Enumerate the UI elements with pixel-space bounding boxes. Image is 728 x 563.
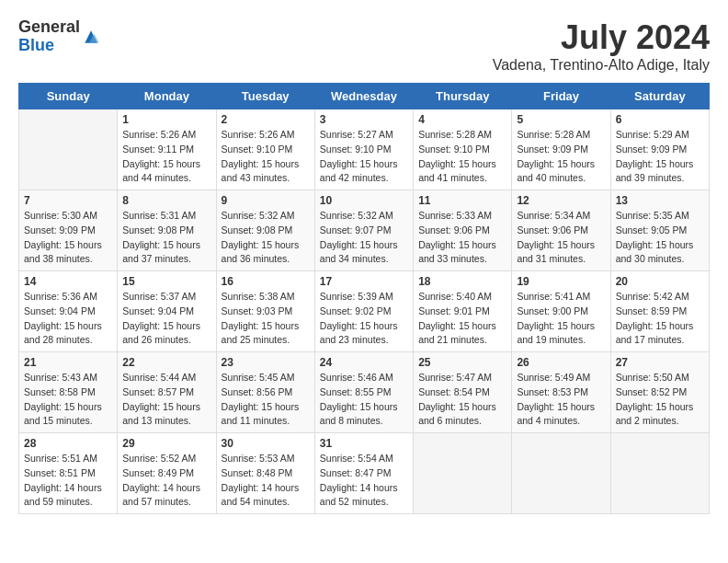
day-info: Sunrise: 5:32 AMSunset: 9:07 PMDaylight:…	[320, 209, 408, 267]
calendar-week-row: 21Sunrise: 5:43 AMSunset: 8:58 PMDayligh…	[19, 352, 710, 433]
day-info: Sunrise: 5:45 AMSunset: 8:56 PMDaylight:…	[222, 371, 310, 429]
calendar-cell: 23Sunrise: 5:45 AMSunset: 8:56 PMDayligh…	[216, 352, 314, 433]
day-info: Sunrise: 5:53 AMSunset: 8:48 PMDaylight:…	[222, 452, 310, 510]
day-number: 10	[320, 194, 408, 207]
calendar-cell: 22Sunrise: 5:44 AMSunset: 8:57 PMDayligh…	[118, 352, 216, 433]
day-number: 13	[616, 194, 704, 207]
logo-icon	[82, 28, 100, 46]
day-info: Sunrise: 5:30 AMSunset: 9:09 PMDaylight:…	[24, 209, 112, 267]
day-info: Sunrise: 5:33 AMSunset: 9:06 PMDaylight:…	[418, 209, 506, 267]
calendar-cell: 16Sunrise: 5:38 AMSunset: 9:03 PMDayligh…	[216, 271, 314, 352]
weekday-header: Sunday	[19, 84, 118, 109]
day-info: Sunrise: 5:26 AMSunset: 9:10 PMDaylight:…	[222, 128, 310, 186]
calendar-cell: 3Sunrise: 5:27 AMSunset: 9:10 PMDaylight…	[314, 109, 413, 190]
calendar-cell: 18Sunrise: 5:40 AMSunset: 9:01 PMDayligh…	[414, 271, 512, 352]
calendar-cell: 8Sunrise: 5:31 AMSunset: 9:08 PMDaylight…	[118, 190, 216, 271]
calendar-header-row: SundayMondayTuesdayWednesdayThursdayFrid…	[19, 84, 710, 109]
calendar-cell: 4Sunrise: 5:28 AMSunset: 9:10 PMDaylight…	[414, 109, 512, 190]
calendar-cell: 21Sunrise: 5:43 AMSunset: 8:58 PMDayligh…	[19, 352, 118, 433]
calendar-cell: 14Sunrise: 5:36 AMSunset: 9:04 PMDayligh…	[19, 271, 118, 352]
day-info: Sunrise: 5:44 AMSunset: 8:57 PMDaylight:…	[122, 371, 210, 429]
calendar-cell: 31Sunrise: 5:54 AMSunset: 8:47 PMDayligh…	[314, 433, 413, 514]
day-number: 4	[418, 113, 506, 126]
day-number: 28	[24, 437, 112, 450]
calendar-cell: 24Sunrise: 5:46 AMSunset: 8:55 PMDayligh…	[314, 352, 413, 433]
calendar-cell: 28Sunrise: 5:51 AMSunset: 8:51 PMDayligh…	[19, 433, 118, 514]
calendar-cell: 15Sunrise: 5:37 AMSunset: 9:04 PMDayligh…	[118, 271, 216, 352]
calendar-cell: 2Sunrise: 5:26 AMSunset: 9:10 PMDaylight…	[216, 109, 314, 190]
calendar-week-row: 7Sunrise: 5:30 AMSunset: 9:09 PMDaylight…	[19, 190, 710, 271]
day-number: 20	[616, 275, 704, 288]
calendar-week-row: 14Sunrise: 5:36 AMSunset: 9:04 PMDayligh…	[19, 271, 710, 352]
day-number: 17	[320, 275, 408, 288]
day-info: Sunrise: 5:28 AMSunset: 9:10 PMDaylight:…	[418, 128, 506, 186]
calendar-cell: 6Sunrise: 5:29 AMSunset: 9:09 PMDaylight…	[610, 109, 709, 190]
day-number: 1	[122, 113, 210, 126]
day-number: 11	[418, 194, 506, 207]
weekday-header: Wednesday	[314, 84, 413, 109]
calendar-cell: 30Sunrise: 5:53 AMSunset: 8:48 PMDayligh…	[216, 433, 314, 514]
day-info: Sunrise: 5:49 AMSunset: 8:53 PMDaylight:…	[517, 371, 605, 429]
calendar-cell: 11Sunrise: 5:33 AMSunset: 9:06 PMDayligh…	[414, 190, 512, 271]
location-title: Vadena, Trentino-Alto Adige, Italy	[493, 57, 710, 74]
day-number: 7	[24, 194, 112, 207]
calendar-week-row: 1Sunrise: 5:26 AMSunset: 9:11 PMDaylight…	[19, 109, 710, 190]
page-header: General Blue July 2024 Vadena, Trentino-…	[18, 18, 710, 74]
calendar-cell: 7Sunrise: 5:30 AMSunset: 9:09 PMDaylight…	[19, 190, 118, 271]
weekday-header: Thursday	[414, 84, 512, 109]
weekday-header: Monday	[118, 84, 216, 109]
day-number: 2	[222, 113, 310, 126]
day-number: 25	[418, 356, 506, 369]
day-info: Sunrise: 5:42 AMSunset: 8:59 PMDaylight:…	[616, 290, 704, 348]
calendar-cell: 5Sunrise: 5:28 AMSunset: 9:09 PMDaylight…	[512, 109, 610, 190]
day-info: Sunrise: 5:34 AMSunset: 9:06 PMDaylight:…	[517, 209, 605, 267]
day-info: Sunrise: 5:47 AMSunset: 8:54 PMDaylight:…	[418, 371, 506, 429]
calendar-cell	[610, 433, 709, 514]
day-info: Sunrise: 5:38 AMSunset: 9:03 PMDaylight:…	[222, 290, 310, 348]
day-info: Sunrise: 5:28 AMSunset: 9:09 PMDaylight:…	[517, 128, 605, 186]
calendar-cell: 13Sunrise: 5:35 AMSunset: 9:05 PMDayligh…	[610, 190, 709, 271]
weekday-header: Tuesday	[216, 84, 314, 109]
calendar-cell	[512, 433, 610, 514]
calendar-cell: 20Sunrise: 5:42 AMSunset: 8:59 PMDayligh…	[610, 271, 709, 352]
calendar-cell: 1Sunrise: 5:26 AMSunset: 9:11 PMDaylight…	[118, 109, 216, 190]
calendar-cell: 19Sunrise: 5:41 AMSunset: 9:00 PMDayligh…	[512, 271, 610, 352]
day-number: 19	[517, 275, 605, 288]
logo-general: General	[18, 18, 80, 37]
day-number: 29	[122, 437, 210, 450]
weekday-header: Friday	[512, 84, 610, 109]
day-number: 23	[222, 356, 310, 369]
day-number: 21	[24, 356, 112, 369]
day-number: 5	[517, 113, 605, 126]
day-number: 8	[122, 194, 210, 207]
logo: General Blue	[18, 18, 100, 55]
day-info: Sunrise: 5:31 AMSunset: 9:08 PMDaylight:…	[122, 209, 210, 267]
day-info: Sunrise: 5:35 AMSunset: 9:05 PMDaylight:…	[616, 209, 704, 267]
calendar-week-row: 28Sunrise: 5:51 AMSunset: 8:51 PMDayligh…	[19, 433, 710, 514]
day-number: 3	[320, 113, 408, 126]
day-info: Sunrise: 5:54 AMSunset: 8:47 PMDaylight:…	[320, 452, 408, 510]
month-title: July 2024	[493, 18, 710, 57]
day-number: 26	[517, 356, 605, 369]
day-number: 22	[122, 356, 210, 369]
weekday-header: Saturday	[610, 84, 709, 109]
calendar-cell	[19, 109, 118, 190]
calendar-cell: 10Sunrise: 5:32 AMSunset: 9:07 PMDayligh…	[314, 190, 413, 271]
day-info: Sunrise: 5:39 AMSunset: 9:02 PMDaylight:…	[320, 290, 408, 348]
day-number: 9	[222, 194, 310, 207]
day-info: Sunrise: 5:46 AMSunset: 8:55 PMDaylight:…	[320, 371, 408, 429]
day-info: Sunrise: 5:50 AMSunset: 8:52 PMDaylight:…	[616, 371, 704, 429]
calendar-cell: 25Sunrise: 5:47 AMSunset: 8:54 PMDayligh…	[414, 352, 512, 433]
day-info: Sunrise: 5:29 AMSunset: 9:09 PMDaylight:…	[616, 128, 704, 186]
calendar-cell: 17Sunrise: 5:39 AMSunset: 9:02 PMDayligh…	[314, 271, 413, 352]
day-info: Sunrise: 5:36 AMSunset: 9:04 PMDaylight:…	[24, 290, 112, 348]
day-number: 31	[320, 437, 408, 450]
day-number: 27	[616, 356, 704, 369]
day-info: Sunrise: 5:40 AMSunset: 9:01 PMDaylight:…	[418, 290, 506, 348]
logo-blue: Blue	[18, 37, 80, 55]
calendar-cell: 9Sunrise: 5:32 AMSunset: 9:08 PMDaylight…	[216, 190, 314, 271]
day-info: Sunrise: 5:27 AMSunset: 9:10 PMDaylight:…	[320, 128, 408, 186]
day-number: 12	[517, 194, 605, 207]
day-number: 18	[418, 275, 506, 288]
day-number: 14	[24, 275, 112, 288]
